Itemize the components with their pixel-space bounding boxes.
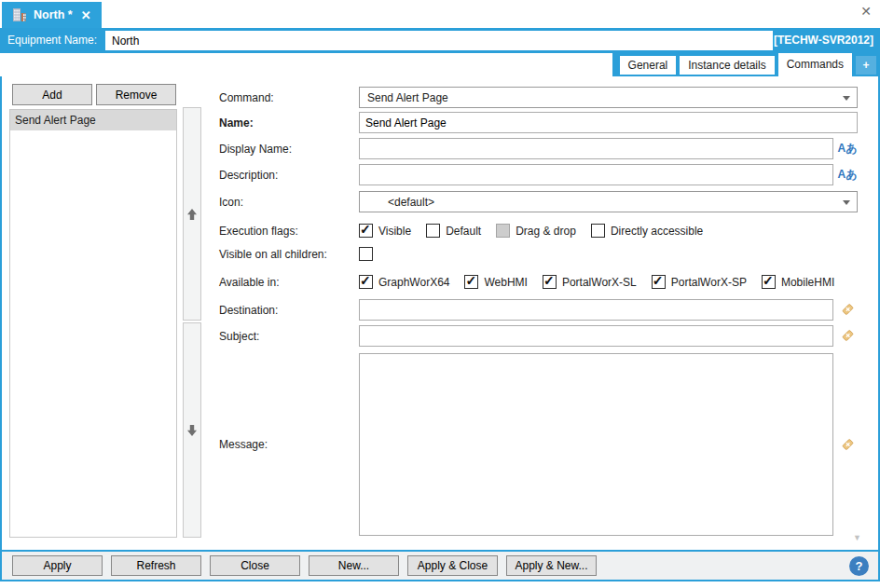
window-close-icon[interactable]: ✕ [860,5,872,18]
name-row: Name: [219,112,858,133]
visible-on-all-children-row: Visible on all children: [219,247,858,261]
checkbox-box[interactable] [359,224,373,238]
chevron-down-icon [843,200,850,209]
reorder-column [183,107,201,538]
chevron-down-icon [843,96,850,104]
message-label: Message: [219,438,359,451]
checkbox-box[interactable] [652,275,666,289]
refresh-button[interactable]: Refresh [111,555,201,576]
server-badge: [TECHW-SVR2012] [774,34,873,47]
tag-browse-icon[interactable] [837,303,858,317]
document-tab-title: North * [34,8,73,21]
equipment-editor-window: North * ✕ ✕ Equipment Name: [TECHW-SVR20… [0,0,880,588]
list-item-send-alert-page[interactable]: Send Alert Page [10,110,176,130]
message-row: Message: [219,353,858,536]
description-label: Description: [219,169,359,182]
apply-and-new-button[interactable]: Apply & New... [506,555,597,576]
localize-icon[interactable]: Aあ [837,141,858,157]
icon-row: Icon: <default> [219,191,858,212]
checkbox-box[interactable] [464,275,478,289]
checkbox-box[interactable] [762,275,776,289]
checkbox-webhmi[interactable]: WebHMI [464,275,527,289]
nav-tabs-bar: General Instance details Commands + [612,53,880,76]
document-tab-north[interactable]: North * ✕ [2,2,102,28]
checkbox-label: GraphWorX64 [378,276,449,289]
display-name-input[interactable] [359,138,833,159]
commands-panel: Add Remove Send Alert Page Command: [0,76,880,550]
checkbox-label: Drag & drop [516,225,576,238]
equipment-name-label: Equipment Name: [7,34,97,47]
close-button[interactable]: Close [210,555,300,576]
checkbox-default[interactable]: Default [426,224,481,238]
message-textarea[interactable] [359,353,833,536]
apply-button[interactable]: Apply [12,555,103,576]
checkbox-directly-accessible[interactable]: Directly accessible [591,224,703,238]
checkbox-box[interactable] [591,224,605,238]
equipment-name-input[interactable] [105,31,773,50]
command-row: Command: Send Alert Page [219,87,858,108]
checkbox-drag-and-drop[interactable]: Drag & drop [496,224,576,238]
scroll-down-icon[interactable]: ▼ [853,533,861,542]
checkbox-visible-on-all-children[interactable] [359,247,373,261]
move-up-button[interactable] [183,107,201,321]
tab-instance-details[interactable]: Instance details [680,56,774,75]
execution-flags-label: Execution flags: [219,225,359,238]
description-input[interactable] [359,164,833,185]
command-select-value: Send Alert Page [367,91,448,104]
remove-button[interactable]: Remove [96,84,176,105]
icon-select[interactable]: <default> [359,191,858,212]
command-list[interactable]: Send Alert Page [9,109,177,538]
tab-commands[interactable]: Commands [778,53,852,76]
icon-label: Icon: [219,196,359,209]
help-icon[interactable]: ? [849,556,869,576]
checkbox-label: PortalWorX-SP [671,276,747,289]
destination-input[interactable] [359,299,833,321]
command-select[interactable]: Send Alert Page [359,87,858,108]
arrow-down-icon [186,424,198,437]
display-name-row: Display Name: Aあ [219,138,858,159]
document-tab-strip: North * ✕ ✕ [0,0,880,28]
destination-row: Destination: [219,299,858,321]
move-down-button[interactable] [183,322,201,538]
subject-row: Subject: [219,325,858,347]
checkbox-visible[interactable]: Visible [359,224,411,238]
checkbox-portalworx-sp[interactable]: PortalWorX-SP [652,275,747,289]
checkbox-box[interactable] [543,275,557,289]
visible-on-all-children-label: Visible on all children: [219,248,359,261]
tab-add-plus[interactable]: + [856,56,876,75]
subject-label: Subject: [219,330,359,343]
checkbox-graphworx64[interactable]: GraphWorX64 [359,275,449,289]
footer-bar: Apply Refresh Close New... Apply & Close… [0,550,880,581]
new-button[interactable]: New... [309,555,399,576]
checkbox-label: MobileHMI [781,276,834,289]
execution-flags-row: Execution flags: Visible Default Drag & … [219,224,858,238]
checkbox-box[interactable] [359,275,373,289]
checkbox-label: Visible [378,225,411,238]
checkbox-label: Default [446,225,481,238]
name-input[interactable] [359,112,858,133]
checkbox-mobilehmi[interactable]: MobileHMI [762,275,834,289]
available-in-row: Available in: GraphWorX64 WebHMI PortalW… [219,275,858,289]
tag-browse-icon[interactable] [837,438,858,452]
equipment-name-bar: Equipment Name: [TECHW-SVR2012] [0,28,880,53]
tab-general[interactable]: General [620,56,677,75]
description-row: Description: Aあ [219,164,858,185]
checkbox-label: Directly accessible [611,225,703,238]
tag-browse-icon[interactable] [837,329,858,343]
available-in-label: Available in: [219,276,359,289]
document-tab-close-icon[interactable]: ✕ [81,8,91,22]
localize-icon[interactable]: Aあ [837,167,858,183]
destination-label: Destination: [219,304,359,317]
icon-select-value: <default> [388,196,434,209]
name-label: Name: [219,116,359,130]
add-button[interactable]: Add [12,84,92,105]
checkbox-label: PortalWorX-SL [562,276,637,289]
display-name-label: Display Name: [219,143,359,156]
checkbox-box[interactable] [496,224,510,238]
subject-input[interactable] [359,325,833,347]
checkbox-portalworx-sl[interactable]: PortalWorX-SL [543,275,637,289]
checkbox-box[interactable] [426,224,440,238]
checkbox-box[interactable] [359,247,373,261]
command-label: Command: [219,91,359,104]
apply-and-close-button[interactable]: Apply & Close [407,555,498,576]
